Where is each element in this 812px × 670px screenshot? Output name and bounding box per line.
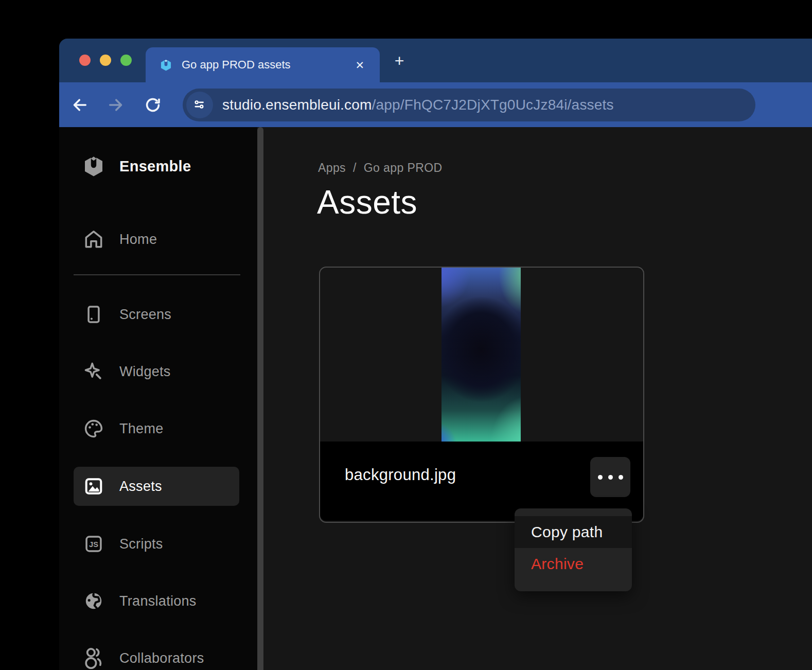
ellipsis-icon [619, 475, 623, 480]
url-path: /app/FhQC7J2DjXTg0UcJz84i/assets [372, 97, 614, 113]
tab-strip: Go app PROD assets ✕ + [59, 39, 812, 82]
browser-tab[interactable]: Go app PROD assets ✕ [146, 47, 380, 82]
sidebar-item-widgets[interactable]: Widgets [59, 357, 257, 386]
minimize-window-button[interactable] [100, 55, 111, 66]
forward-icon[interactable] [107, 96, 125, 114]
sidebar-item-scripts[interactable]: JS Scripts [59, 530, 257, 558]
tab-close-icon[interactable]: ✕ [353, 58, 366, 73]
sidebar-item-label: Scripts [119, 536, 163, 552]
sidebar-item-translations[interactable]: Translations [59, 587, 257, 615]
traffic-lights [79, 55, 132, 66]
sidebar-item-label: Assets [119, 479, 162, 495]
sidebar-item-collaborators[interactable]: Collaborators [59, 644, 257, 670]
asset-filename: background.jpg [345, 466, 456, 484]
asset-card[interactable]: background.jpg [319, 267, 644, 523]
tune-icon [192, 98, 207, 112]
asset-thumbnail [442, 268, 521, 442]
collaborators-icon [82, 647, 105, 669]
url-bar[interactable]: studio.ensembleui.com/app/FhQC7J2DjXTg0U… [183, 89, 755, 121]
scripts-icon: JS [82, 533, 105, 555]
translations-icon [82, 590, 105, 612]
main-content: Apps / Go app PROD Assets background.jpg [263, 127, 812, 670]
theme-icon [82, 417, 105, 440]
app-content: Ensemble Home Screens [59, 127, 812, 670]
sidebar: Ensemble Home Screens [59, 127, 257, 670]
zoom-window-button[interactable] [120, 55, 132, 66]
reload-icon[interactable] [144, 96, 162, 114]
ensemble-logo-icon [81, 154, 106, 179]
menu-item-copy-path[interactable]: Copy path [515, 516, 632, 548]
svg-text:JS: JS [89, 540, 98, 549]
breadcrumb-app-link[interactable]: Go app PROD [364, 161, 443, 175]
tab-title: Go app PROD assets [182, 58, 353, 72]
page-title: Assets [317, 183, 812, 221]
brand-label: Ensemble [119, 158, 191, 175]
back-icon[interactable] [70, 96, 89, 114]
sidebar-item-label: Screens [119, 307, 171, 323]
screens-icon [82, 303, 105, 326]
asset-context-menu: Copy path Archive [515, 508, 632, 591]
ensemble-logo-icon [159, 58, 173, 72]
browser-toolbar: studio.ensembleui.com/app/FhQC7J2DjXTg0U… [59, 82, 812, 127]
sidebar-divider [74, 274, 240, 275]
breadcrumb-apps-link[interactable]: Apps [318, 161, 346, 175]
new-tab-button[interactable]: + [390, 51, 409, 70]
sidebar-item-label: Theme [119, 421, 164, 437]
sidebar-item-label: Collaborators [119, 650, 204, 666]
asset-menu-button[interactable] [590, 457, 630, 497]
sidebar-item-home[interactable]: Home [59, 225, 257, 254]
sidebar-item-assets[interactable]: Assets [74, 467, 239, 506]
close-window-button[interactable] [79, 55, 91, 66]
home-icon [82, 228, 105, 251]
ellipsis-icon [608, 475, 613, 480]
url-text: studio.ensembleui.com/app/FhQC7J2DjXTg0U… [222, 97, 614, 113]
sidebar-item-screens[interactable]: Screens [59, 300, 257, 329]
assets-icon [82, 475, 105, 498]
url-domain: studio.ensembleui.com [222, 97, 372, 113]
ellipsis-icon [598, 475, 603, 480]
asset-preview-area [320, 268, 643, 442]
browser-window: Go app PROD assets ✕ + studi [59, 39, 812, 670]
breadcrumb-separator: / [353, 161, 357, 175]
sidebar-scrollbar[interactable] [257, 127, 263, 670]
menu-item-archive[interactable]: Archive [515, 548, 632, 580]
sidebar-item-theme[interactable]: Theme [59, 414, 257, 443]
sidebar-item-label: Widgets [119, 364, 171, 380]
sidebar-item-label: Home [119, 232, 157, 248]
site-info-button[interactable] [186, 92, 213, 118]
breadcrumb: Apps / Go app PROD [263, 127, 812, 175]
sidebar-item-label: Translations [119, 593, 197, 609]
widgets-icon [82, 360, 105, 383]
sidebar-brand[interactable]: Ensemble [59, 152, 257, 181]
